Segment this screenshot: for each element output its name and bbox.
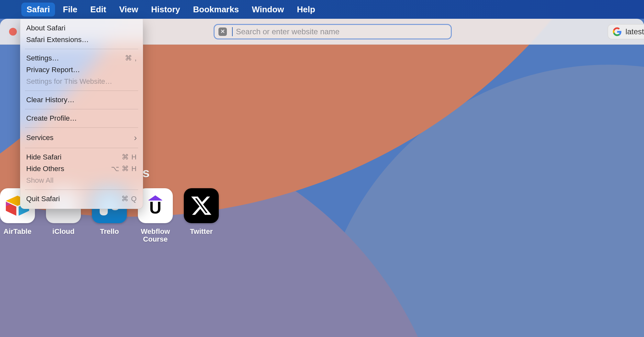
menu-item-privacy-report[interactable]: Privacy Report… (20, 64, 143, 76)
chevron-right-icon: › (134, 133, 137, 143)
menu-item-label: Hide Others (26, 165, 64, 173)
google-icon (613, 27, 622, 36)
favorite-label: AirTable (4, 228, 31, 235)
menubar-item-file[interactable]: File (58, 3, 83, 16)
menu-item-label: Quit Safari (26, 195, 60, 203)
menu-item-settings-for-this-website: Settings for This Website… (20, 76, 143, 87)
favorite-label: Webflow Course (138, 228, 173, 243)
menu-item-about-safari[interactable]: About Safari (20, 22, 143, 34)
favorite-x[interactable]: Twitter (184, 188, 219, 243)
menu-item-label: About Safari (26, 24, 65, 32)
menu-item-label: Show All (26, 176, 53, 185)
menu-item-clear-history[interactable]: Clear History… (20, 94, 143, 106)
menu-item-shortcut: ⌘ H (122, 153, 137, 161)
macos-menubar: Safari File Edit View History Bookmarks … (0, 0, 644, 19)
menu-item-shortcut: ⌘ , (125, 54, 137, 62)
menu-item-label: Clear History… (26, 96, 74, 104)
menu-item-show-all: Show All (20, 175, 143, 186)
menu-item-shortcut: ⌥ ⌘ H (111, 165, 137, 173)
menu-item-label: Hide Safari (26, 153, 61, 161)
menubar-item-edit[interactable]: Edit (85, 3, 111, 16)
menu-divider (25, 109, 138, 109)
search-suggestion-text: latest (626, 27, 644, 36)
favorite-label: Twitter (190, 228, 213, 235)
menubar-app-label: Safari (27, 5, 50, 15)
menubar-item-window[interactable]: Window (247, 3, 289, 16)
close-window-button[interactable] (9, 28, 17, 36)
menu-item-label: Settings for This Website… (26, 77, 112, 86)
search-suggestion-pill[interactable]: latest (607, 24, 644, 39)
webflow-icon: U (138, 188, 173, 223)
menu-item-shortcut: ⌘ Q (121, 195, 137, 203)
menu-item-label: Privacy Report… (26, 66, 80, 74)
favorite-webflow[interactable]: UWebflow Course (138, 188, 173, 243)
menu-item-quit-safari[interactable]: Quit Safari⌘ Q (20, 193, 143, 205)
url-search-field[interactable]: ✕ Search or enter website name (214, 24, 452, 39)
menu-item-hide-safari[interactable]: Hide Safari⌘ H (20, 151, 143, 163)
menubar-app-safari[interactable]: Safari (21, 3, 55, 16)
menu-item-label: Services (26, 134, 53, 142)
menubar-item-bookmarks[interactable]: Bookmarks (188, 3, 244, 16)
favorite-label: Trello (100, 228, 119, 235)
menu-item-settings[interactable]: Settings…⌘ , (20, 52, 143, 64)
favorite-label: iCloud (52, 228, 74, 235)
x-icon (184, 188, 219, 223)
menu-item-hide-others[interactable]: Hide Others⌥ ⌘ H (20, 163, 143, 175)
menubar-item-view[interactable]: View (114, 3, 143, 16)
menu-item-services[interactable]: Services› (20, 131, 143, 145)
menubar-item-help[interactable]: Help (292, 3, 320, 16)
menu-item-safari-extensions[interactable]: Safari Extensions… (20, 34, 143, 46)
menu-divider (25, 148, 138, 148)
menu-item-label: Settings… (26, 54, 59, 62)
menu-divider (25, 91, 138, 91)
menu-divider (25, 127, 138, 128)
text-cursor (232, 27, 233, 36)
menu-item-label: Create Profile… (26, 114, 77, 123)
window-controls (9, 28, 17, 36)
safari-app-menu: About SafariSafari Extensions…Settings…⌘… (20, 19, 143, 209)
menu-item-create-profile[interactable]: Create Profile… (20, 113, 143, 124)
menu-divider (25, 49, 138, 49)
url-placeholder: Search or enter website name (236, 27, 339, 36)
menu-item-label: Safari Extensions… (26, 36, 89, 44)
favorites-heading-visible-tail: s (142, 166, 150, 180)
clear-input-icon[interactable]: ✕ (218, 27, 227, 36)
menu-divider (25, 190, 138, 190)
menubar-item-history[interactable]: History (146, 3, 185, 16)
